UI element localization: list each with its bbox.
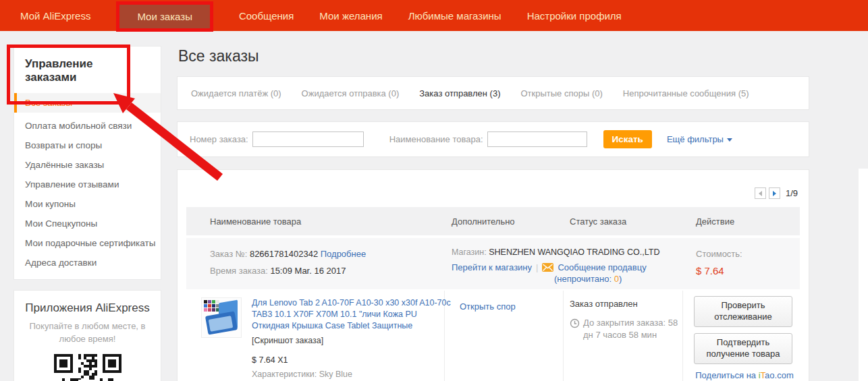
orders-panel: 1/9 Наименование товара Дополнительно Ст… (177, 169, 809, 381)
separator: | (536, 262, 538, 272)
product-price-qty: $ 7.64 X1 (252, 355, 452, 365)
table-header-row: Наименование товара Дополнительно Статус… (186, 207, 800, 235)
order-number-input[interactable] (252, 131, 364, 147)
tab-order-shipped[interactable]: Заказ отправлен (3) (419, 88, 500, 98)
qr-code (54, 354, 121, 381)
more-filters-label: Ещё фильтры (667, 134, 724, 144)
sidebar-item-returns-disputes[interactable]: Возвраты и споры (14, 136, 161, 155)
order-meta-left: Заказ №: 82661781402342 Подробнее Время … (210, 249, 366, 276)
cost-value: $ 7.64 (696, 265, 742, 276)
apps-panel-subtitle: Покупайте в любом месте, в любое время! (30, 320, 146, 346)
share-itao-link[interactable]: Поделиться на iTao.com (694, 370, 795, 380)
product-specs: Характеристики: Sky Blue (252, 370, 452, 379)
order-number-label: Номер заказа: (190, 134, 248, 144)
sidebar-item-shipping-addresses[interactable]: Адреса доставки (14, 253, 161, 272)
nav-wishlist[interactable]: Мои желания (319, 10, 382, 22)
order-cost-block: Стоимость: $ 7.64 (696, 249, 742, 276)
product-cell: Для Lenovo Tab 2 A10-70F A10-30 x30 x30f… (252, 297, 452, 379)
unread-count: 0 (614, 274, 619, 284)
scrollbar-track[interactable] (859, 169, 868, 381)
pagination: 1/9 (755, 187, 798, 199)
order-screenshot-link[interactable]: [Скриншот заказа] (252, 336, 452, 345)
order-search-bar: Номер заказа: Наименование товара: Искат… (177, 121, 809, 157)
sidebar-item-all-orders[interactable]: Все заказы (14, 93, 161, 113)
nav-favorite-stores[interactable]: Любимые магазины (408, 10, 501, 22)
order-actions-cell: Проверить отслеживание Подтвердить получ… (694, 296, 795, 380)
order-time-label: Время заказа: (210, 266, 268, 276)
goto-store-link[interactable]: Перейти к магазину (452, 262, 532, 272)
sidebar-title: Управление заказами (14, 47, 115, 93)
order-closing-countdown: До закрытия заказа: 58 дн 7 часов 58 мин (583, 317, 688, 341)
main-content: Все заказы Ожидается платёж (0) Ожидаетс… (177, 31, 809, 381)
product-thumbnail[interactable] (201, 297, 242, 338)
unread-suffix: ) (619, 274, 622, 284)
order-details-link[interactable]: Подробнее (321, 249, 366, 259)
store-label: Магазин: (452, 247, 487, 257)
column-header-status: Статус заказа (570, 216, 626, 227)
order-time-value: 15:09 Mar. 16 2017 (270, 266, 346, 276)
open-dispute-link[interactable]: Открыть спор (460, 301, 516, 312)
column-header-action: Действие (696, 216, 734, 227)
tab-unread-messages[interactable]: Непрочитанные сообщения (5) (623, 88, 749, 98)
nav-messages[interactable]: Сообщения (239, 10, 294, 22)
column-header-additional: Дополнительно (452, 216, 515, 227)
order-status-tabs: Ожидается платёж (0) Ожидается отправка … (177, 76, 809, 110)
apps-panel: Приложения AliExpress Покупайте в любом … (13, 290, 161, 381)
sidebar-item-deleted-orders[interactable]: Удалённые заказы (14, 155, 161, 175)
order-status-text: Заказ отправлен (570, 299, 688, 309)
top-navbar: Мой AliExpress Мои заказы Сообщения Мои … (0, 0, 868, 31)
unread-prefix: (непрочитано: (554, 274, 614, 284)
column-header-product: Наименование товара (210, 216, 301, 227)
sidebar-item-mobile-payment[interactable]: Оплата мобильной связи (14, 116, 161, 136)
order-product-row: Для Lenovo Tab 2 A10-70F A10-30 x30 x30f… (186, 289, 800, 381)
annotation-box-nav: Мои заказы (116, 1, 213, 32)
tab-awaiting-shipment[interactable]: Ожидается отправка (0) (302, 88, 400, 98)
apps-panel-title: Приложения AliExpress (14, 301, 161, 315)
order-meta-row: Заказ №: 82661781402342 Подробнее Время … (186, 238, 800, 289)
envelope-icon (542, 263, 553, 272)
store-name: SHENZHEN WANGQIAO TRADING CO.,LTD (489, 247, 659, 257)
product-name-label: Наименование товара: (389, 134, 483, 144)
next-page-button[interactable] (769, 187, 780, 199)
sidebar-item-gift-certificates[interactable]: Мои подарочные сертификаты (14, 233, 161, 253)
product-name-input[interactable] (487, 131, 587, 147)
page-indicator: 1/9 (786, 188, 798, 198)
order-no-label: Заказ №: (210, 249, 247, 259)
sidebar-order-management: Управление заказами Все заказы Оплата мо… (13, 46, 161, 280)
tab-open-disputes[interactable]: Открытые споры (0) (520, 88, 602, 98)
column-divider (563, 291, 564, 381)
product-title-link[interactable]: Для Lenovo Tab 2 A10-70F A10-30 x30 x30f… (252, 297, 452, 332)
next-page-icon (773, 191, 776, 196)
cost-label: Стоимость: (696, 249, 742, 259)
confirm-receipt-button[interactable]: Подтвердить получение товара (694, 333, 792, 364)
sidebar-item-special-coupons[interactable]: Мои Спецкупоны (14, 214, 161, 233)
nav-my-orders[interactable]: Мои заказы (137, 11, 192, 22)
prev-page-icon (759, 191, 762, 196)
search-button[interactable]: Искать (603, 130, 652, 148)
tab-awaiting-payment[interactable]: Ожидается платёж (0) (191, 88, 281, 98)
chevron-down-icon (727, 138, 732, 142)
order-no-value: 82661781402342 (250, 249, 318, 259)
page-title: Все заказы (178, 47, 809, 65)
check-tracking-button[interactable]: Проверить отслеживание (694, 296, 792, 327)
prev-page-button[interactable] (755, 187, 766, 199)
share-prefix: Поделиться на (695, 370, 758, 380)
more-filters-link[interactable]: Ещё фильтры (667, 134, 732, 144)
order-status-cell: Заказ отправлен До закрытия заказа: 58 д… (570, 299, 688, 341)
sidebar-item-coupons[interactable]: Мои купоны (14, 194, 161, 214)
clock-icon (570, 318, 580, 328)
sidebar-item-feedback[interactable]: Управление отзывами (14, 175, 161, 194)
order-meta-store: Магазин: SHENZHEN WANGQIAO TRADING CO.,L… (452, 247, 659, 284)
nav-profile-settings[interactable]: Настройки профиля (527, 10, 622, 22)
nav-my-aliexpress[interactable]: Мой AliExpress (20, 10, 90, 22)
message-seller-link[interactable]: Сообщение продавцу (558, 262, 646, 272)
